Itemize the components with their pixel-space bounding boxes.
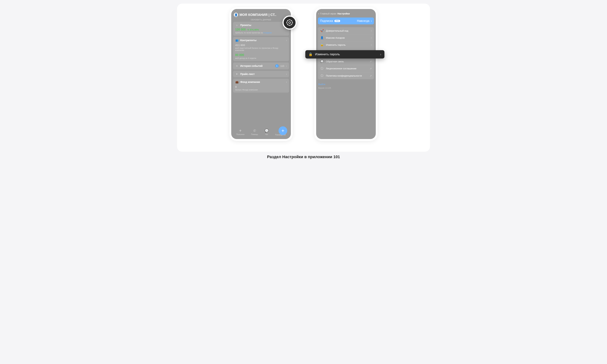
subscription-label: Подписка — [320, 19, 333, 23]
subscription-value: Навсегда — [357, 19, 369, 23]
row-change-password[interactable]: 🔒 Изменить пароль › — [318, 41, 374, 48]
figure-canvas: 👤 МОЯ КОМПАНИЯ | СТ.. ОБНОВИТЬ ДАННЫЕ ⌂ … — [177, 4, 430, 152]
left-phone: 👤 МОЯ КОМПАНИЯ | СТ.. ОБНОВИТЬ ДАННЫЕ ⌂ … — [231, 9, 291, 139]
chevron-right-icon: › — [371, 36, 372, 39]
figure-caption: Раздел Настройки в приложении 101 — [177, 152, 430, 160]
projects-subtitle: прибыль по всем проектам за 4 недели — [235, 32, 287, 34]
lock-icon: 🔒 — [320, 43, 324, 46]
logout-button[interactable]: Выйти — [318, 82, 374, 86]
subscription-row[interactable]: Подписка PRO Навсегда › — [318, 17, 374, 24]
settings-group-2: 💬 Обратная связь ↗ ⓘ Лицензионное соглаш… — [318, 58, 374, 79]
row-feedback[interactable]: 💬 Обратная связь ↗ — [318, 58, 374, 65]
privacy-label: Политика конфиденциальности — [326, 74, 368, 77]
row-privacy[interactable]: ⓘ Политика конфиденциальности ↗ — [318, 72, 374, 79]
svg-line-8 — [287, 25, 288, 25]
nav-help-label: Помощь — [251, 133, 258, 135]
house-icon: ⌂ — [235, 24, 238, 26]
projects-amount: 120 000 — [235, 28, 246, 31]
price-card[interactable]: ✦ Прайс-лист › — [233, 71, 289, 77]
people-icon: 👥 — [235, 39, 238, 42]
nav-useful-label: Полезное — [236, 133, 244, 135]
change-password-callout[interactable]: 🔒 Изменить пароль › — [305, 50, 384, 59]
counterparties-card[interactable]: 👥 Контрагенты › 411 800 мой подотчетный … — [233, 37, 289, 61]
gear-callout — [283, 15, 297, 30]
fund-sub: баланс Фонда компании — [235, 89, 287, 91]
history-label: История событий — [240, 65, 274, 67]
chevron-right-icon: › — [371, 29, 372, 32]
history-badge: 1 — [275, 64, 278, 67]
chevron-right-icon: › — [286, 73, 287, 76]
info-icon: ⓘ — [320, 67, 324, 70]
right-phone: ‹ Главный экран Настройки Подписка PRO Н… — [316, 9, 376, 139]
counterparties-balance: 411 800 — [235, 43, 287, 47]
feedback-label: Обратная связь — [326, 60, 368, 63]
projects-delta: 5 374,46% — [248, 28, 259, 31]
counterparties-income-sub: мой доход за 4 недели — [235, 57, 287, 59]
right-phone-wrap: ‹ Главный экран Настройки Подписка PRO Н… — [316, 9, 376, 139]
nav-chat[interactable]: 💬 Чат — [265, 129, 269, 136]
svg-line-6 — [287, 20, 288, 21]
chevron-right-icon: › — [286, 80, 287, 83]
license-label: Лицензионное соглашение — [326, 67, 368, 70]
svg-point-1 — [289, 22, 291, 24]
fund-label: Фонд компании — [240, 80, 284, 83]
gear-icon — [286, 19, 293, 26]
chevron-right-icon: › — [286, 65, 287, 67]
user-icon: 👤 — [320, 36, 324, 39]
row-trust-code[interactable]: 🚀 Доверительный код › — [318, 27, 374, 34]
fab-add-button[interactable]: + — [278, 126, 287, 135]
counterparties-income: 80 000 — [235, 53, 287, 57]
row-user[interactable]: 👤 Максим Аскаров › — [318, 34, 374, 41]
phone-icon: ✆ — [253, 129, 256, 133]
projects-card[interactable]: ⌂ Проекты 8 › 120 000 ↑5 374,46% прибыль… — [233, 22, 289, 36]
avatar[interactable]: 👤 — [234, 13, 238, 17]
version-label: Версия 1.0.125 — [318, 86, 374, 90]
refresh-label[interactable]: ОБНОВИТЬ ДАННЫЕ — [233, 19, 289, 21]
breadcrumb-current: Настройки — [337, 12, 350, 15]
info-icon: ⓘ — [320, 74, 324, 78]
row-license[interactable]: ⓘ Лицензионное соглашение ↗ — [318, 65, 374, 72]
trust-code-label: Доверительный код — [326, 29, 369, 32]
chat-icon: 💬 — [265, 129, 269, 133]
list-icon: ≡ — [235, 65, 238, 67]
external-link-icon: ↗ — [369, 60, 372, 63]
chevron-left-icon[interactable]: ‹ — [318, 12, 319, 15]
price-icon: ✦ — [235, 73, 238, 76]
svg-line-7 — [291, 25, 292, 25]
change-password-label: Изменить пароль — [326, 43, 369, 46]
chevron-right-icon: › — [286, 39, 287, 42]
chevron-right-icon: › — [380, 52, 381, 56]
nav-chat-label: Чат — [265, 133, 268, 135]
rocket-icon: 🚀 — [320, 29, 324, 32]
counterparties-label: Контрагенты — [240, 39, 284, 42]
external-link-icon: ↗ — [369, 67, 372, 70]
feedback-icon: 💬 — [320, 60, 324, 63]
nav-useful[interactable]: ✈ Полезное — [236, 129, 244, 136]
history-card[interactable]: ≡ История событий 1 113 › — [233, 63, 289, 69]
svg-line-9 — [291, 20, 292, 21]
company-title: МОЯ КОМПАНИЯ | СТ.. — [239, 13, 288, 17]
fund-amount: 0 — [235, 85, 287, 88]
header: 👤 МОЯ КОМПАНИЯ | СТ.. — [233, 12, 289, 19]
price-label: Прайс-лист — [240, 73, 284, 76]
history-count: 113 — [280, 65, 284, 67]
lock-icon: 🔒 — [309, 52, 313, 56]
projects-sub-prefix: прибыль по всем проектам за — [235, 32, 264, 34]
svg-point-0 — [287, 20, 292, 25]
nav-help[interactable]: ✆ Помощь — [251, 129, 258, 136]
projects-sub-link[interactable]: 4 недели — [264, 32, 272, 34]
breadcrumb: ‹ Главный экран Настройки — [318, 12, 374, 17]
external-link-icon: ↗ — [369, 74, 372, 77]
chevron-right-icon: › — [371, 19, 372, 23]
fund-card[interactable]: 💼 Фонд компании › 0 баланс Фонда компани… — [233, 79, 289, 93]
send-icon: ✈ — [239, 129, 242, 133]
breadcrumb-back[interactable]: Главный экран — [320, 12, 336, 15]
chevron-right-icon: › — [371, 43, 372, 46]
counterparties-balance-sub: мой подотчетный баланс по проектам и Фон… — [235, 47, 287, 51]
projects-label: Проекты — [240, 24, 281, 26]
user-name-label: Максим Аскаров — [326, 37, 369, 39]
briefcase-icon: 💼 — [235, 80, 238, 83]
pro-badge: PRO — [334, 20, 340, 22]
left-phone-wrap: 👤 МОЯ КОМПАНИЯ | СТ.. ОБНОВИТЬ ДАННЫЕ ⌂ … — [231, 9, 291, 139]
callout-label: Изменить пароль — [315, 52, 378, 56]
